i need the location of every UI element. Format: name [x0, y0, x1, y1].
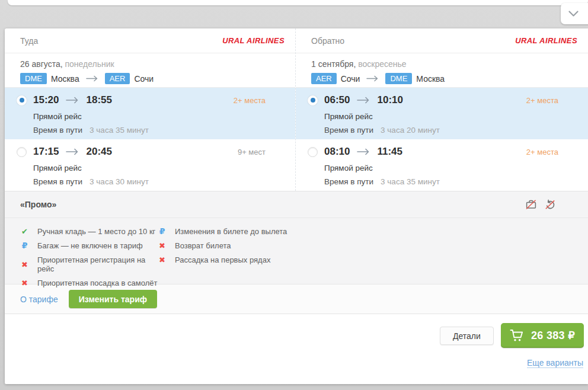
- feature-item: ₽Изменения в билете до вылета: [158, 227, 287, 236]
- airport-code-badge: DME: [20, 73, 47, 84]
- flight-type-label: Прямой рейс: [33, 164, 266, 172]
- about-fare-link[interactable]: О тарифе: [20, 295, 58, 304]
- flight-type-label: Прямой рейс: [324, 112, 558, 121]
- duration-value: 3 часа 35 минут: [381, 177, 440, 186]
- cross-icon: ✖: [158, 241, 167, 250]
- ural-airlines-logo: URAL AIRLINES: [515, 36, 577, 45]
- feature-text: Багаж — не включен в тариф: [37, 241, 143, 250]
- arrow-right-icon: [66, 148, 79, 155]
- cross-icon: ✖: [20, 260, 29, 269]
- chevron-down-icon: [568, 11, 579, 17]
- change-fare-button[interactable]: Изменить тариф: [69, 290, 157, 308]
- return-route: AER Сочи DME Москва: [311, 73, 577, 84]
- radio-dot: [311, 98, 315, 103]
- seats-badge: 2+ места: [234, 96, 266, 105]
- city-label: Москва: [51, 74, 79, 84]
- radio-button[interactable]: [308, 147, 318, 157]
- duration-value: 3 часа 30 минут: [90, 177, 149, 186]
- fare-features: ✔Ручная кладь — 1 место до 10 кг ₽Багаж …: [5, 218, 588, 284]
- flight-date: 26 августа,: [20, 59, 63, 69]
- cross-icon: ✖: [158, 255, 167, 264]
- city-label: Сочи: [341, 74, 360, 84]
- seats-badge: 2+ места: [526, 96, 558, 105]
- city-label: Москва: [416, 74, 445, 84]
- feature-text: Приоритетная регистрация на рейс: [37, 255, 158, 273]
- fare-name: «Промо»: [20, 200, 56, 209]
- more-options-link[interactable]: Еще варианты: [527, 358, 583, 368]
- feature-item: ₽Багаж — не включен в тариф: [20, 241, 158, 250]
- price-label: 26 383 ₽: [531, 329, 575, 342]
- outbound-route: DME Москва AER Сочи: [20, 73, 285, 84]
- flight-option[interactable]: 17:15 20:45 9+ мест Прямой рейс Время в …: [5, 139, 295, 191]
- feature-item: ✖Приоритетная регистрация на рейс: [20, 255, 158, 273]
- airport-code-badge: AER: [105, 73, 130, 84]
- feature-item: ✔Ручная кладь — 1 место до 10 кг: [20, 227, 158, 236]
- feature-item: ✖Приоритетная посадка в самолёт: [20, 279, 158, 287]
- direction-label: Обратно: [311, 36, 344, 46]
- departure-time: 17:15: [33, 146, 59, 158]
- seats-badge: 9+ мест: [238, 148, 266, 156]
- departure-time: 06:50: [324, 94, 350, 106]
- duration-label: Время в пути: [33, 126, 82, 135]
- feature-text: Возврат билета: [175, 241, 231, 250]
- flight-weekday: понедельник: [65, 59, 114, 69]
- city-label: Сочи: [134, 74, 154, 84]
- arrow-right-icon: [357, 97, 370, 104]
- feature-text: Ручная кладь — 1 место до 10 кг: [37, 227, 155, 236]
- arrival-time: 18:55: [86, 94, 111, 106]
- flight-type-label: Прямой рейс: [33, 112, 266, 121]
- flight-option[interactable]: 15:20 18:55 2+ места Прямой рейс Время в…: [5, 88, 295, 139]
- tariff-row: О тарифе Изменить тариф: [5, 284, 588, 314]
- flight-option[interactable]: 08:10 11:45 2+ места Прямой рейс Время в…: [296, 139, 588, 191]
- flight-results-card: Туда URAL AIRLINES 26 августа, понедельн…: [5, 28, 588, 384]
- duration-value: 3 часа 20 минут: [381, 126, 440, 135]
- flight-type-label: Прямой рейс: [324, 164, 558, 172]
- arrow-right-icon: [366, 75, 379, 82]
- scroll-toggle-button[interactable]: [561, 3, 588, 24]
- radio-button[interactable]: [17, 95, 27, 106]
- cart-icon: [510, 329, 525, 342]
- previous-card-edge: [8, 0, 588, 5]
- feature-item: ✖Рассадка на первых рядах: [158, 255, 287, 264]
- arrival-time: 11:45: [377, 146, 402, 158]
- feature-text: Рассадка на первых рядах: [175, 255, 270, 264]
- arrow-right-icon: [86, 75, 98, 82]
- seats-badge: 2+ места: [526, 148, 558, 156]
- card-footer: Детали 26 383 ₽ Еще варианты: [5, 314, 588, 384]
- duration-value: 3 часа 35 минут: [90, 126, 149, 135]
- feature-text: Изменения в билете до вылета: [175, 227, 287, 236]
- no-baggage-icon: [525, 199, 537, 210]
- arrival-time: 20:45: [86, 146, 111, 158]
- radio-button[interactable]: [17, 147, 27, 157]
- cross-icon: ✖: [20, 279, 29, 287]
- check-icon: ✔: [20, 227, 29, 236]
- airport-code-badge: AER: [311, 73, 337, 84]
- feature-text: Приоритетная посадка в самолёт: [37, 279, 157, 287]
- arrow-right-icon: [66, 97, 79, 104]
- departure-time: 08:10: [324, 146, 350, 158]
- fare-band: «Промо»: [5, 191, 588, 218]
- radio-button[interactable]: [308, 95, 318, 106]
- buy-button[interactable]: 26 383 ₽: [501, 323, 584, 348]
- flight-date: 1 сентября,: [311, 59, 356, 69]
- details-button[interactable]: Детали: [440, 327, 494, 345]
- ruble-icon: ₽: [158, 227, 167, 236]
- return-column: Обратно URAL AIRLINES 1 сентября, воскре…: [295, 28, 588, 191]
- outbound-date-row: 26 августа, понедельник DME Москва AER С…: [5, 53, 295, 88]
- outbound-column: Туда URAL AIRLINES 26 августа, понедельн…: [5, 28, 295, 191]
- duration-label: Время в пути: [324, 177, 373, 186]
- radio-dot: [20, 98, 24, 103]
- return-header: Обратно URAL AIRLINES: [296, 28, 588, 53]
- direction-label: Туда: [20, 36, 38, 46]
- departure-time: 15:20: [33, 94, 59, 106]
- return-date-row: 1 сентября, воскресенье AER Сочи DME Мос…: [296, 53, 588, 88]
- outbound-header: Туда URAL AIRLINES: [5, 28, 295, 53]
- flight-option[interactable]: 06:50 10:10 2+ места Прямой рейс Время в…: [296, 88, 588, 139]
- duration-label: Время в пути: [33, 177, 82, 186]
- ruble-icon: ₽: [20, 241, 29, 250]
- flight-weekday: воскресенье: [358, 59, 406, 69]
- no-return-icon: [544, 199, 556, 210]
- arrival-time: 10:10: [377, 94, 402, 106]
- duration-label: Время в пути: [324, 126, 373, 135]
- airport-code-badge: DME: [385, 73, 412, 84]
